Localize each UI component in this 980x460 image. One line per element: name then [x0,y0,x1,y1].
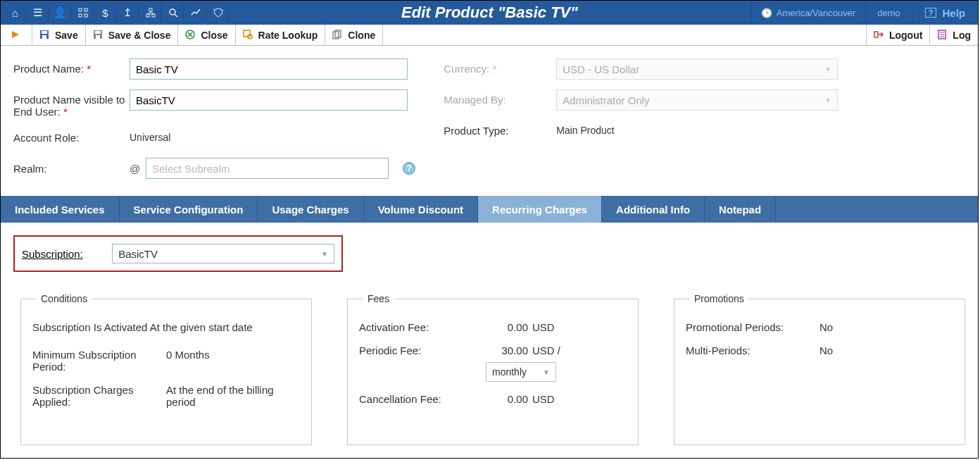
promotional-periods-label: Promotional Periods: [686,321,819,333]
svg-rect-6 [152,14,155,17]
svg-point-11 [170,9,175,15]
log-button[interactable]: Log [929,25,978,45]
chevron-down-icon: ▼ [321,250,328,258]
svg-rect-4 [149,8,152,11]
min-period-value: 0 Months [166,349,300,361]
product-type-value: Main Product [556,120,614,136]
run-button[interactable] [1,25,32,45]
list-icon[interactable]: ☰ [27,4,49,22]
titlebar: ⌂ ☰ 👤 $ ↥ Edit Product "Basic TV" 🕒 Amer… [1,1,978,25]
hierarchy-icon[interactable] [140,4,161,22]
timezone[interactable]: 🕒 America/Vancouver [750,1,865,25]
chevron-down-icon: ▼ [824,66,831,73]
fees-legend: Fees [363,293,394,304]
cancellation-fee-value: 0.00USD [486,393,627,405]
help-link[interactable]: ? Help [912,1,978,25]
import-icon[interactable]: ↥ [118,4,139,22]
logout-button[interactable]: Logout [866,25,929,45]
close-icon [185,30,196,41]
dollar-icon[interactable]: $ [95,4,116,22]
tab-filler [776,196,978,223]
tabstrip: Included Services Service Configuration … [1,196,978,223]
tab-notepad[interactable]: Notepad [705,196,776,223]
svg-rect-5 [146,14,149,17]
svg-rect-16 [42,35,46,39]
home-icon[interactable]: ⌂ [5,4,26,22]
multi-periods-value: No [819,344,953,356]
user-link[interactable]: demo [865,1,912,25]
currency-select: USD - US Dollar▼ [556,58,838,80]
periodic-fee-label: Periodic Fee: [359,344,486,356]
clone-icon [332,30,344,41]
product-form: Product Name: * Product Name visible to … [1,46,978,196]
subscription-label: Subscription: [22,248,112,260]
product-name-input[interactable] [130,58,408,80]
tab-content-recurring: Subscription: BasicTV ▼ Conditions Subsc… [1,223,978,458]
save-close-button[interactable]: Save & Close [86,25,179,45]
activation-text: Subscription Is Activated At the given s… [32,321,300,333]
svg-rect-15 [42,31,47,34]
promotions-panel: Promotions Promotional Periods: No Multi… [674,293,965,445]
account-role-label: Account Role: [13,128,130,144]
tab-included-services[interactable]: Included Services [1,196,120,223]
charges-applied-label: Subscription Charges Applied: [32,384,166,408]
realm-at-symbol: @ [130,163,140,175]
subscription-select[interactable]: BasicTV ▼ [112,244,334,263]
period-select[interactable]: monthly ▼ [486,362,556,382]
promotional-periods-value: No [819,321,953,333]
currency-label: Currency: * [444,58,556,75]
log-icon [937,30,948,41]
tab-usage-charges[interactable]: Usage Charges [258,196,363,223]
tab-additional-info[interactable]: Additional Info [602,196,705,223]
lookup-icon [243,30,254,41]
close-button[interactable]: Close [178,25,235,45]
svg-rect-18 [95,31,101,34]
promotions-legend: Promotions [690,293,748,304]
shield-icon[interactable] [208,4,229,22]
cancellation-fee-label: Cancellation Fee: [359,393,486,405]
person-icon[interactable]: 👤 [50,4,71,22]
save-button[interactable]: Save [32,25,86,45]
logout-icon [874,30,885,41]
chart-icon[interactable] [185,4,206,22]
play-icon [11,30,22,41]
realm-input[interactable] [146,158,389,179]
grid-icon[interactable] [73,4,94,22]
activation-fee-value: 0.00USD [486,321,627,333]
svg-rect-23 [244,30,250,37]
svg-line-12 [175,14,177,17]
floppy-icon [39,30,51,41]
clock-icon: 🕒 [761,8,772,18]
search-icon[interactable] [163,4,184,22]
help-icon: ? [925,8,937,18]
titlebar-iconrow: ⌂ ☰ 👤 $ ↥ [1,4,229,22]
chevron-down-icon: ▼ [824,97,831,104]
conditions-legend: Conditions [37,293,92,304]
account-role-value: Universal [130,128,170,143]
charges-applied-value: At the end of the billing period [166,384,300,408]
help-icon[interactable]: ? [403,162,415,175]
managed-by-select: Administrator Only▼ [556,89,838,111]
product-type-label: Product Type: [444,120,556,137]
svg-rect-2 [79,14,82,17]
svg-rect-1 [84,8,87,11]
multi-periods-label: Multi-Periods: [686,344,819,356]
activation-fee-label: Activation Fee: [359,321,486,333]
conditions-panel: Conditions Subscription Is Activated At … [20,293,312,445]
clone-button[interactable]: Clone [325,25,383,45]
rate-lookup-button[interactable]: Rate Lookup [236,25,326,45]
chevron-down-icon: ▼ [543,368,550,376]
product-name-eu-input[interactable] [130,89,408,111]
toolbar: Save Save & Close Close Rate Lookup Clon… [1,25,978,46]
product-name-eu-label: Product Name visible to End User: * [13,89,130,118]
tab-volume-discount[interactable]: Volume Discount [364,196,478,223]
floppy-icon [93,30,104,41]
svg-rect-3 [84,14,87,17]
tab-service-configuration[interactable]: Service Configuration [120,196,258,223]
svg-rect-19 [96,35,100,39]
product-name-label: Product Name: * [13,58,130,75]
tab-recurring-charges[interactable]: Recurring Charges [478,196,602,223]
page-title: Edit Product "Basic TV" [229,4,750,22]
svg-rect-0 [79,8,82,11]
min-period-label: Minimum Subscription Period: [32,349,166,373]
